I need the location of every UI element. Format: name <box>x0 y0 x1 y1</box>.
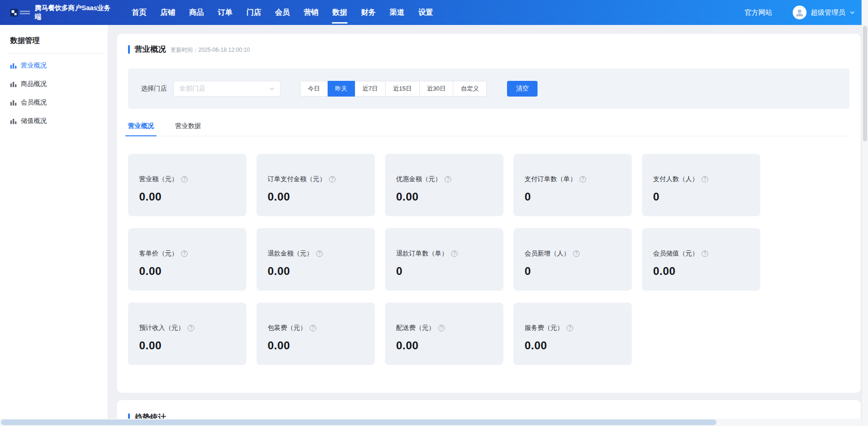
date-range-button[interactable]: 自定义 <box>453 81 487 97</box>
sidebar-item[interactable]: 会员概况 <box>0 93 108 112</box>
nav-item[interactable]: 财务 <box>361 8 376 18</box>
stat-label: 退款金额（元） <box>268 250 313 258</box>
stat-value: 0 <box>525 190 621 203</box>
nav-item-label: 订单 <box>218 8 232 16</box>
stat-card: 退款订单数（单） 0 <box>385 228 503 291</box>
help-icon[interactable] <box>580 176 586 183</box>
help-icon[interactable] <box>310 325 316 331</box>
updated-time: 更新时间：2025-06-18 12:00:10 <box>171 45 250 54</box>
stat-label-row: 包装费（元） <box>268 324 364 332</box>
nav-item-label: 财务 <box>361 8 376 16</box>
stat-value: 0.00 <box>653 265 749 278</box>
stat-card: 服务费（元） 0.00 <box>513 303 632 365</box>
stat-label: 配送费（元） <box>396 324 435 332</box>
stat-label: 包装费（元） <box>268 324 306 332</box>
stat-label: 会员新增（人） <box>525 250 570 258</box>
help-icon[interactable] <box>573 250 580 257</box>
nav-item[interactable]: 数据 <box>332 8 347 18</box>
stat-label-row: 营业额（元） <box>139 175 235 183</box>
help-icon[interactable] <box>567 325 573 331</box>
page-title: 营业概况 <box>134 44 166 55</box>
stat-label: 支付订单数（单） <box>525 175 576 183</box>
nav-item[interactable]: 店铺 <box>160 8 175 18</box>
date-range-button[interactable]: 近15日 <box>385 81 419 97</box>
help-icon[interactable] <box>329 176 336 183</box>
help-icon[interactable] <box>702 250 708 257</box>
nav-item[interactable]: 会员 <box>275 8 290 18</box>
bar-chart-icon <box>10 62 17 69</box>
nav-item-label: 营销 <box>304 8 318 16</box>
nav-item-label: 渠道 <box>390 8 404 16</box>
date-range-group: 今日 昨天 近7日 近15日 近30日 自定义 <box>300 81 487 97</box>
help-icon[interactable] <box>438 325 445 331</box>
nav-item[interactable]: 营销 <box>304 8 318 18</box>
vertical-scrollbar-thumb[interactable] <box>863 26 867 141</box>
help-icon[interactable] <box>445 176 451 183</box>
date-range-button[interactable]: 今日 <box>300 81 328 97</box>
stat-label-row: 配送费（元） <box>396 324 492 332</box>
nav-item-label: 店铺 <box>160 8 175 16</box>
official-site-link[interactable]: 官方网站 <box>745 8 772 17</box>
main-content: 营业概况 更新时间：2025-06-18 12:00:10 选择门店 全部门店 … <box>108 25 868 426</box>
clear-button[interactable]: 清空 <box>507 81 538 97</box>
store-select-label: 选择门店 <box>141 85 167 93</box>
horizontal-scrollbar-thumb[interactable] <box>1 420 716 425</box>
stat-label: 营业额（元） <box>139 175 178 183</box>
stat-card: 会员新增（人） 0 <box>513 228 632 291</box>
sidebar-item-label: 商品概况 <box>21 80 47 88</box>
nav-item-label: 商品 <box>189 8 204 16</box>
stat-value: 0 <box>525 265 621 278</box>
nav-item[interactable]: 订单 <box>218 8 232 18</box>
user-menu[interactable]: 超级管理员 <box>793 6 855 19</box>
overview-tab[interactable]: 营业概况 <box>128 122 154 136</box>
nav-item-label: 数据 <box>332 8 347 16</box>
sidebar-item-label: 储值概况 <box>21 117 47 125</box>
stats-grid: 营业额（元） 0.00 订单支付金额（元） 0.00 优惠金额（元） 0.00 … <box>128 154 850 365</box>
date-range-button[interactable]: 昨天 <box>328 81 355 97</box>
sidebar-item[interactable]: 商品概况 <box>0 75 108 93</box>
stat-label-row: 支付订单数（单） <box>525 175 621 183</box>
nav-right: 官方网站 超级管理员 <box>745 6 855 19</box>
date-range-button[interactable]: 近30日 <box>420 81 453 97</box>
help-icon[interactable] <box>316 250 323 257</box>
top-navbar: 腾马餐饮多商户Saas业务端 首页 店铺 商品 订单 门店 会员 营销 数据 财… <box>0 0 868 25</box>
brand: 腾马餐饮多商户Saas业务端 <box>10 4 113 21</box>
store-select[interactable]: 全部门店 <box>173 81 281 97</box>
nav-item-label: 会员 <box>275 8 290 16</box>
stat-card: 优惠金额（元） 0.00 <box>385 154 503 216</box>
nav-item[interactable]: 首页 <box>132 8 147 18</box>
nav-item-label: 设置 <box>418 8 433 16</box>
main-nav: 首页 店铺 商品 订单 门店 会员 营销 数据 财务 渠道 设置 <box>132 0 433 25</box>
nav-item-label: 门店 <box>246 8 261 16</box>
help-icon[interactable] <box>702 176 708 183</box>
stat-value: 0.00 <box>268 339 364 352</box>
stat-label: 优惠金额（元） <box>396 175 441 183</box>
stat-value: 0.00 <box>139 339 235 352</box>
help-icon[interactable] <box>188 325 194 331</box>
card-header: 营业概况 更新时间：2025-06-18 12:00:10 <box>128 44 850 55</box>
bar-chart-icon <box>10 81 17 87</box>
nav-item[interactable]: 门店 <box>246 8 261 18</box>
nav-item[interactable]: 渠道 <box>390 8 404 18</box>
stat-card: 订单支付金额（元） 0.00 <box>257 154 375 216</box>
business-overview-card: 营业概况 更新时间：2025-06-18 12:00:10 选择门店 全部门店 … <box>117 34 861 393</box>
stat-value: 0.00 <box>525 339 621 352</box>
stat-card: 配送费（元） 0.00 <box>385 303 503 365</box>
sidebar-item[interactable]: 储值概况 <box>0 112 108 130</box>
sidebar-item[interactable]: 营业概况 <box>0 56 108 75</box>
help-icon[interactable] <box>181 250 188 257</box>
nav-item[interactable]: 商品 <box>189 8 204 18</box>
date-range-button[interactable]: 近7日 <box>355 81 385 97</box>
sidebar-item-label: 营业概况 <box>21 61 47 70</box>
user-name: 超级管理员 <box>811 8 845 17</box>
help-icon[interactable] <box>451 250 458 257</box>
stat-card: 营业额（元） 0.00 <box>128 154 246 216</box>
divider <box>8 53 104 54</box>
nav-item[interactable]: 设置 <box>418 8 433 18</box>
sidebar: 数据管理 营业概况 商品概况 <box>0 25 108 426</box>
stat-label-row: 订单支付金额（元） <box>268 175 364 183</box>
accent-bar <box>128 45 130 54</box>
help-icon[interactable] <box>181 176 188 183</box>
overview-tab[interactable]: 营业数据 <box>175 122 201 136</box>
stat-card: 包装费（元） 0.00 <box>257 303 375 365</box>
